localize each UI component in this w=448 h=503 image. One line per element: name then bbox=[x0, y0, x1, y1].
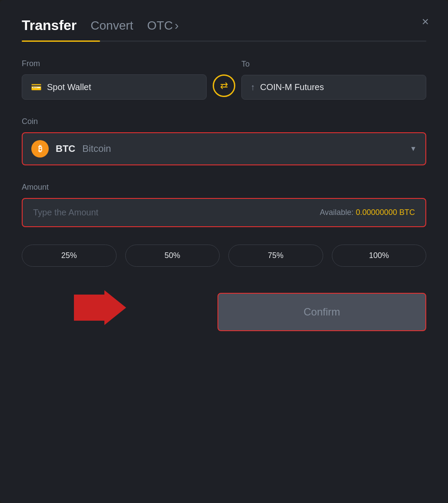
swap-icon: ⇄ bbox=[220, 80, 228, 91]
coin-section: Coin ₿ BTC Bitcoin ▼ bbox=[22, 117, 426, 165]
to-column: To ↑ COIN-M Futures bbox=[241, 60, 426, 100]
tab-otc[interactable]: OTC › bbox=[147, 19, 178, 33]
chevron-down-icon: ▼ bbox=[410, 145, 417, 153]
arrow-pointer bbox=[74, 290, 126, 327]
tab-underline-container bbox=[22, 40, 426, 42]
to-label: To bbox=[241, 60, 426, 69]
from-wallet-selector[interactable]: 💳 Spot Wallet bbox=[22, 74, 207, 100]
wallet-icon: 💳 bbox=[31, 82, 42, 92]
arrow-svg bbox=[74, 290, 126, 325]
to-futures-label: COIN-M Futures bbox=[260, 82, 324, 92]
amount-section: Amount Type the Amount Available: 0.0000… bbox=[22, 183, 426, 227]
btc-icon: ₿ bbox=[31, 140, 49, 158]
coin-label: Coin bbox=[22, 117, 426, 126]
percentage-row: 25% 50% 75% 100% bbox=[22, 245, 426, 267]
confirm-area: Confirm bbox=[22, 293, 426, 331]
close-icon[interactable]: × bbox=[422, 16, 429, 28]
from-column: From 💳 Spot Wallet bbox=[22, 59, 207, 100]
from-wallet-label: Spot Wallet bbox=[47, 82, 91, 92]
swap-column: ⇄ bbox=[207, 74, 241, 97]
tab-transfer[interactable]: Transfer bbox=[22, 17, 77, 34]
coin-full-name: Bitcoin bbox=[82, 143, 111, 154]
svg-marker-0 bbox=[74, 290, 126, 325]
from-to-section: From 💳 Spot Wallet ⇄ To ↑ COIN-M Futures bbox=[22, 59, 426, 100]
amount-label: Amount bbox=[22, 183, 426, 192]
to-futures-selector[interactable]: ↑ COIN-M Futures bbox=[241, 75, 426, 100]
percent-50-button[interactable]: 50% bbox=[125, 245, 220, 267]
coin-selector[interactable]: ₿ BTC Bitcoin ▼ bbox=[22, 132, 426, 165]
amount-input-box[interactable]: Type the Amount Available: 0.00000000 BT… bbox=[22, 198, 426, 227]
btc-icon-letter: ₿ bbox=[38, 144, 42, 154]
percent-75-button[interactable]: 75% bbox=[228, 245, 323, 267]
available-value: 0.00000000 BTC bbox=[356, 208, 415, 217]
amount-placeholder: Type the Amount bbox=[33, 208, 98, 218]
modal-header: Transfer Convert OTC › bbox=[22, 17, 426, 34]
from-to-row: From 💳 Spot Wallet ⇄ To ↑ COIN-M Futures bbox=[22, 59, 426, 100]
coin-symbol: BTC bbox=[56, 143, 75, 154]
percent-25-button[interactable]: 25% bbox=[22, 245, 117, 267]
available-text: Available: 0.00000000 BTC bbox=[320, 208, 415, 217]
transfer-modal: Transfer Convert OTC › × From 💳 Spot Wal… bbox=[0, 0, 448, 503]
otc-chevron-icon: › bbox=[174, 19, 178, 33]
tab-active-underline bbox=[22, 40, 100, 42]
percent-100-button[interactable]: 100% bbox=[332, 245, 427, 267]
swap-button[interactable]: ⇄ bbox=[213, 74, 235, 97]
from-label: From bbox=[22, 59, 207, 68]
confirm-button[interactable]: Confirm bbox=[217, 293, 426, 331]
tab-convert[interactable]: Convert bbox=[90, 19, 133, 33]
futures-icon: ↑ bbox=[251, 82, 255, 92]
